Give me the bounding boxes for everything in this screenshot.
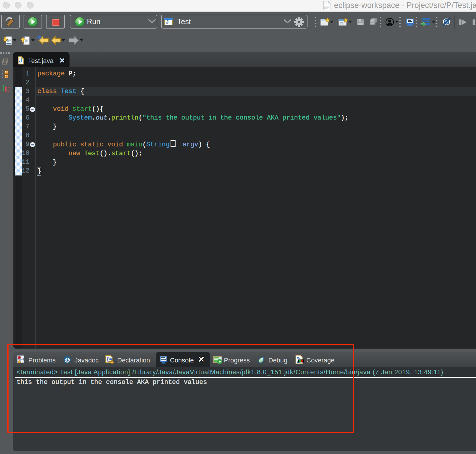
svg-text:J: J [19, 57, 22, 64]
